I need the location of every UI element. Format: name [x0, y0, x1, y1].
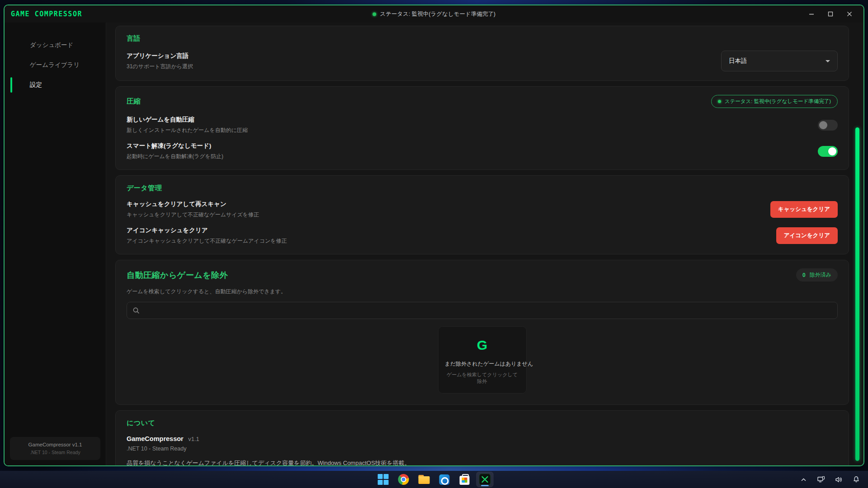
- taskbar-item-file-explorer[interactable]: [416, 472, 432, 487]
- clear-icon-cache-desc: アイコンキャッシュをクリアして不正確なゲームアイコンを修正: [127, 237, 287, 245]
- excluded-count: 0: [802, 272, 806, 278]
- network-icon[interactable]: [816, 474, 826, 485]
- minimize-icon: [809, 11, 814, 17]
- auto-compress-desc: 新しくインストールされたゲームを自動的に圧縮: [127, 127, 248, 134]
- microsoft-store-icon: [460, 476, 470, 485]
- status-dot-icon: [718, 100, 721, 103]
- search-icon: [132, 307, 140, 314]
- about-app-name: GameCompressor: [127, 435, 184, 442]
- taskbar-item-game-compressor[interactable]: [477, 472, 493, 487]
- maximize-icon: [828, 11, 833, 17]
- empty-state-title: まだ除外されたゲームはありません: [445, 360, 520, 368]
- section-about: について GameCompressor v1.1 .NET 10 - Steam…: [115, 410, 849, 465]
- sidebar-item-game-library[interactable]: ゲームライブラリ: [5, 55, 106, 75]
- about-runtime: .NET 10 - Steam Ready: [127, 446, 838, 452]
- clear-icons-button[interactable]: アイコンをクリア: [776, 227, 838, 244]
- window-controls: [802, 7, 859, 21]
- app-logo: GAME COMPRESSOR: [11, 10, 82, 18]
- clear-cache-desc: キャッシュをクリアして不正確なゲームサイズを修正: [127, 211, 259, 219]
- titlebar-status: ステータス: 監視中(ラグなしモード準備完了): [373, 10, 495, 18]
- chevron-down-icon: [826, 60, 830, 62]
- sidebar-footer-app-version: GameCompressor v1.1: [14, 442, 97, 447]
- sidebar-item-label: ダッシュボード: [30, 41, 73, 49]
- taskbar-item-microsoft-store[interactable]: [457, 472, 473, 487]
- clear-cache-title: キャッシュをクリアして再スキャン: [127, 200, 259, 208]
- windows-start-icon: [378, 474, 389, 485]
- volume-icon[interactable]: [833, 474, 844, 485]
- system-tray: z: [798, 471, 862, 488]
- start-button[interactable]: [375, 472, 392, 487]
- setting-row-clear-icon-cache: アイコンキャッシュをクリア アイコンキャッシュをクリアして不正確なゲームアイコン…: [127, 226, 838, 245]
- compression-status-badge: ステータス: 監視中(ラグなしモード準備完了): [711, 95, 838, 108]
- exclusion-description: ゲームを検索してクリックすると、自動圧縮から除外できます。: [127, 288, 838, 296]
- sidebar-item-settings[interactable]: 設定: [5, 75, 106, 95]
- sidebar: ダッシュボード ゲームライブラリ 設定 GameCompressor v1.1 …: [5, 23, 106, 465]
- excluded-count-label: 除外済み: [810, 271, 831, 279]
- data-management-heading: データ管理: [127, 184, 838, 192]
- setting-row-smart-decompress: スマート解凍(ラグなしモード) 起動時にゲームを自動解凍(ラグを防止): [127, 142, 838, 160]
- game-placeholder-icon: G: [445, 338, 520, 353]
- status-dot-icon: [373, 12, 376, 16]
- auto-compress-title: 新しいゲームを自動圧縮: [127, 116, 248, 124]
- smart-decompress-toggle[interactable]: [818, 146, 838, 157]
- empty-state-subtitle: ゲームを検索してクリックして除外: [445, 371, 520, 385]
- sidebar-footer-runtime: .NET 10 - Steam Ready: [14, 450, 97, 455]
- settings-page: 言語 アプリケーション言語 31のサポート言語から選択 日本語 圧縮: [106, 23, 863, 465]
- about-heading: について: [127, 419, 838, 427]
- exclusion-empty-state: G まだ除外されたゲームはありません ゲームを検索してクリックして除外: [438, 326, 527, 394]
- app-language-desc: 31のサポート言語から選択: [127, 63, 193, 70]
- app-language-title: アプリケーション言語: [127, 52, 193, 60]
- taskbar-center-icons: [375, 471, 493, 488]
- app-window: GAME COMPRESSOR ステータス: 監視中(ラグなしモード準備完了) …: [4, 5, 864, 466]
- smart-decompress-title: スマート解凍(ラグなしモード): [127, 142, 223, 150]
- game-compressor-icon: [479, 474, 491, 485]
- language-dropdown-value: 日本語: [729, 57, 747, 65]
- file-explorer-icon: [418, 475, 429, 484]
- section-language: 言語 アプリケーション言語 31のサポート言語から選択 日本語: [115, 26, 849, 81]
- chrome-icon: [398, 474, 409, 485]
- minimize-button[interactable]: [802, 7, 821, 21]
- taskbar-item-chrome[interactable]: [396, 472, 412, 487]
- setting-row-auto-compress: 新しいゲームを自動圧縮 新しくインストールされたゲームを自動的に圧縮: [127, 116, 838, 134]
- section-exclusion: 自動圧縮からゲームを除外 0 除外済み ゲームを検索してクリックすると、自動圧縮…: [115, 260, 849, 405]
- hidden-icons-chevron-icon[interactable]: [798, 474, 809, 485]
- game-search-input[interactable]: [144, 307, 832, 314]
- section-compression: 圧縮 ステータス: 監視中(ラグなしモード準備完了) 新しいゲームを自動圧縮 新…: [115, 86, 849, 170]
- auto-compress-toggle[interactable]: [818, 120, 838, 131]
- about-description: 品質を損なうことなくゲームファイルを圧縮してディスク容量を節約。Windows …: [127, 459, 838, 465]
- sidebar-footer: GameCompressor v1.1 .NET 10 - Steam Read…: [10, 437, 100, 460]
- clear-icon-cache-title: アイコンキャッシュをクリア: [127, 226, 287, 235]
- taskbar-item-outlook[interactable]: [436, 472, 453, 487]
- titlebar-status-text: ステータス: 監視中(ラグなしモード準備完了): [380, 10, 495, 18]
- exclusion-heading: 自動圧縮からゲームを除外: [127, 270, 228, 281]
- section-data-management: データ管理 キャッシュをクリアして再スキャン キャッシュをクリアして不正確なゲー…: [115, 175, 849, 254]
- notification-bell-icon[interactable]: z: [851, 474, 862, 485]
- sidebar-item-label: ゲームライブラリ: [30, 61, 80, 69]
- about-version: v1.1: [188, 436, 199, 442]
- close-icon: [847, 11, 852, 17]
- smart-decompress-desc: 起動時にゲームを自動解凍(ラグを防止): [127, 153, 223, 160]
- taskbar: z: [0, 471, 868, 488]
- language-heading: 言語: [127, 34, 838, 43]
- excluded-count-badge: 0 除外済み: [796, 268, 838, 282]
- sidebar-item-label: 設定: [30, 81, 42, 89]
- close-button[interactable]: [840, 7, 859, 21]
- language-dropdown[interactable]: 日本語: [721, 51, 838, 71]
- clear-cache-button[interactable]: キャッシュをクリア: [770, 201, 838, 218]
- sidebar-item-dashboard[interactable]: ダッシュボード: [5, 35, 106, 55]
- scrollbar-thumb[interactable]: [855, 127, 859, 461]
- maximize-button[interactable]: [821, 7, 840, 21]
- titlebar: GAME COMPRESSOR ステータス: 監視中(ラグなしモード準備完了): [5, 5, 863, 23]
- compression-heading: 圧縮: [127, 97, 141, 106]
- svg-text:z: z: [857, 477, 859, 479]
- game-search-box: [127, 302, 838, 319]
- setting-row-app-language: アプリケーション言語 31のサポート言語から選択 日本語: [127, 51, 838, 71]
- compression-status-text: ステータス: 監視中(ラグなしモード準備完了): [725, 98, 831, 105]
- setting-row-clear-cache: キャッシュをクリアして再スキャン キャッシュをクリアして不正確なゲームサイズを修…: [127, 200, 838, 219]
- outlook-icon: [439, 474, 449, 485]
